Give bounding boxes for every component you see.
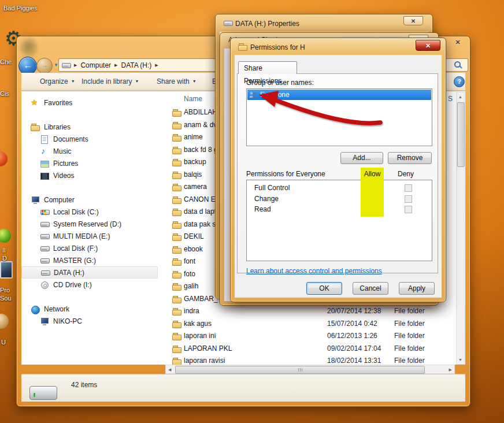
desktop-icon-label-pro[interactable]: Pro xyxy=(0,287,10,294)
deny-checkbox-change[interactable] xyxy=(405,195,412,203)
drive-icon xyxy=(29,386,57,400)
file-name: GAMBAR_ xyxy=(184,295,218,303)
folder-icon xyxy=(172,207,181,217)
close-icon[interactable]: ✕ xyxy=(416,40,440,51)
sidebar-item-master-g[interactable]: MASTER (G:) xyxy=(21,254,160,266)
drive-icon xyxy=(40,232,49,241)
desktop-app-icon[interactable] xyxy=(0,151,8,166)
group-list[interactable]: Everyone xyxy=(246,88,432,146)
sidebar-item-local-disk-f[interactable]: Local Disk (F:) xyxy=(21,242,160,254)
sidebar-item-data-h[interactable]: DATA (H:) xyxy=(21,266,158,279)
deny-checkbox-full-control[interactable] xyxy=(405,184,412,192)
desktop-app-icon[interactable] xyxy=(0,314,9,329)
items-count: 42 items xyxy=(71,381,97,389)
file-row-indra[interactable]: indra20/07/2014 12:38File folder xyxy=(165,305,459,317)
drive-icon xyxy=(223,18,232,28)
close-icon[interactable]: ✕ xyxy=(450,38,465,47)
sidebar-item-label: Music xyxy=(53,147,71,155)
list-item-everyone[interactable]: Everyone xyxy=(247,90,431,100)
file-type: File folder xyxy=(394,307,425,315)
vertical-scrollbar[interactable]: ▲ ▼ xyxy=(456,92,465,365)
cancel-button[interactable]: Cancel xyxy=(353,282,388,295)
deny-checkbox-read[interactable] xyxy=(405,206,412,213)
chevron-down-icon: ▼ xyxy=(71,79,75,83)
recent-pages-dropdown-icon[interactable]: ▼ xyxy=(54,62,58,68)
drive-c-icon xyxy=(40,207,49,217)
scrollbar-thumb[interactable] xyxy=(457,102,465,167)
desktop-icon-label-sou[interactable]: Sou xyxy=(0,295,12,302)
sidebar-item-videos[interactable]: Videos xyxy=(21,169,160,181)
sidebar-item-cd-drive-i[interactable]: CD Drive (I:) xyxy=(21,279,160,291)
access-control-link[interactable]: Learn about access control and permissio… xyxy=(246,267,382,275)
sidebar-item-label: Pictures xyxy=(53,159,78,168)
scroll-right-icon[interactable]: ▶ xyxy=(449,368,452,372)
file-name: font xyxy=(184,257,195,265)
apply-button[interactable]: Apply xyxy=(399,282,435,295)
breadcrumb-separator-icon: ▶ xyxy=(74,63,77,68)
breadcrumb-item-computer[interactable]: Computer xyxy=(80,61,111,69)
sidebar-item-music[interactable]: Music xyxy=(21,145,160,157)
sidebar-item-libraries[interactable]: Libraries xyxy=(21,121,160,133)
breadcrumb-separator-icon: ▶ xyxy=(155,63,158,68)
file-name: ebook xyxy=(184,245,203,253)
file-row-laporan-ini[interactable]: laporan ini06/12/2013 1:26File folder xyxy=(165,330,459,342)
desktop-icon-label-u[interactable]: U xyxy=(1,339,6,346)
sidebar-item-pictures[interactable]: Pictures xyxy=(21,157,160,169)
sidebar-item-niko-pc[interactable]: NIKO-PC xyxy=(21,315,160,327)
column-header-name[interactable]: Name xyxy=(184,95,202,103)
column-header-size-partial[interactable]: S xyxy=(448,95,453,103)
file-type: File folder xyxy=(394,332,425,340)
sidebar-item-computer[interactable]: Computer xyxy=(21,194,160,206)
scroll-down-icon[interactable]: ▼ xyxy=(457,358,464,362)
help-icon[interactable]: ? xyxy=(454,76,465,87)
remove-button[interactable]: Remove xyxy=(388,152,432,164)
dialog-title: DATA (H:) Properties xyxy=(235,20,299,28)
sidebar-item-favorites[interactable]: Favorites xyxy=(21,97,160,109)
close-icon[interactable]: ✕ xyxy=(403,16,423,25)
music-icon xyxy=(40,147,49,156)
desktop-icon-label-cis[interactable]: Cis xyxy=(0,90,9,97)
folder-icon xyxy=(172,158,181,167)
sidebar-item-network[interactable]: Network xyxy=(21,303,160,315)
sidebar-item-label: Videos xyxy=(53,172,74,180)
sidebar-item-label: DATA (H:) xyxy=(54,269,84,277)
address-bar[interactable]: ▶Computer▶DATA (H:)▶ xyxy=(58,58,232,72)
share-with-button[interactable]: Share with▼ xyxy=(157,77,197,86)
chevron-down-icon: ▼ xyxy=(135,79,139,83)
file-row-laporan-pkl[interactable]: LAPORAN PKL09/02/2014 17:04File folder xyxy=(165,343,459,355)
sidebar-item-system-reserved-d[interactable]: System Reserved (D:) xyxy=(21,218,160,230)
forward-button[interactable]: → xyxy=(36,58,53,74)
desktop-icon-label-fragment[interactable]: Il xyxy=(2,247,6,254)
file-date-modified: 09/02/2014 17:04 xyxy=(327,344,381,352)
sidebar-item-label: Computer xyxy=(44,196,75,204)
desktop-icon-label-che[interactable]: Che xyxy=(0,58,12,65)
folder-icon xyxy=(172,344,181,354)
desktop-icon-label-fragment[interactable]: D xyxy=(2,255,7,262)
horizontal-scrollbar[interactable]: ◀ ▶ xyxy=(165,365,455,374)
scroll-left-icon[interactable]: ◀ xyxy=(168,368,171,372)
sidebar-item-label: MULTI MEDIA (E:) xyxy=(53,232,110,240)
sidebar-item-local-disk-c[interactable]: Local Disk (C:) xyxy=(21,206,160,218)
drive-icon xyxy=(40,244,49,253)
ok-button[interactable]: OK xyxy=(306,282,342,295)
desktop-image-icon[interactable] xyxy=(0,261,13,279)
sidebar-item-multi-media-e[interactable]: MULTI MEDIA (E:) xyxy=(21,230,160,242)
organize-button[interactable]: Organize▼ xyxy=(40,77,75,86)
scrollbar-thumb[interactable] xyxy=(175,366,425,374)
scroll-up-icon[interactable]: ▲ xyxy=(457,95,464,99)
file-row-kak-agus[interactable]: kak agus15/07/2014 0:42File folder xyxy=(165,318,459,330)
chevron-down-icon: ▼ xyxy=(192,79,197,83)
star-icon xyxy=(31,98,40,107)
file-row-laporan-ravisi[interactable]: laporan ravisi18/02/2014 13:31File folde… xyxy=(165,355,459,365)
desktop-background: Bad Piggies ⚙ Che Cis Il D Pro Sou U ✕ ←… xyxy=(0,0,504,423)
include-in-library-button[interactable]: Include in library▼ xyxy=(81,77,139,86)
desktop-app-icon[interactable] xyxy=(0,229,11,243)
breadcrumb-item-data-h[interactable]: DATA (H:) xyxy=(121,61,151,69)
add-button[interactable]: Add... xyxy=(340,152,383,164)
tab-share-permissions[interactable]: Share Permissions xyxy=(238,61,297,74)
file-date-modified: 18/02/2014 13:31 xyxy=(327,357,381,365)
file-type: File folder xyxy=(394,320,425,328)
desktop-icon-label-bad-piggies[interactable]: Bad Piggies xyxy=(3,5,38,12)
sidebar-item-documents[interactable]: Documents xyxy=(21,133,160,145)
folder-icon xyxy=(172,133,181,142)
